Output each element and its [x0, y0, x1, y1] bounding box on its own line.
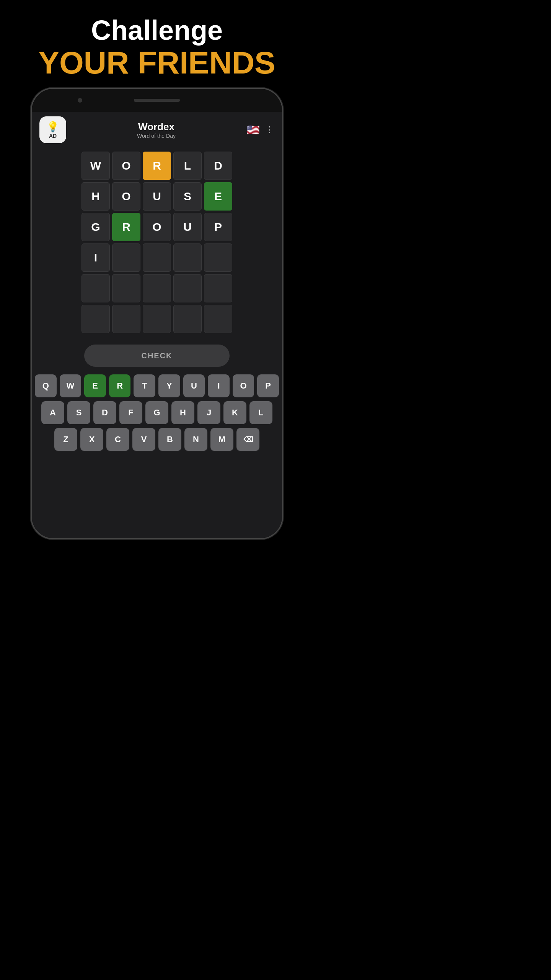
key-W[interactable]: W — [60, 374, 82, 397]
key-K[interactable]: K — [223, 401, 246, 424]
key-V[interactable]: V — [132, 428, 155, 451]
key-N[interactable]: N — [184, 428, 207, 451]
grid-cell-0-2: R — [143, 152, 171, 180]
flag-icon[interactable]: 🇺🇸 — [246, 124, 260, 136]
grid-row-3: I — [77, 243, 237, 272]
keyboard-row-1: ASDFGHJKL — [35, 401, 279, 424]
grid-cell-0-4: D — [204, 152, 232, 180]
grid-cell-5-3 — [173, 305, 202, 333]
grid-cell-3-2 — [143, 243, 171, 272]
key-C[interactable]: C — [106, 428, 129, 451]
grid-row-4 — [77, 274, 237, 302]
key-P[interactable]: P — [257, 374, 279, 397]
key-A[interactable]: A — [41, 401, 64, 424]
keyboard-row-2: ZXCVBNM⌫ — [35, 428, 279, 451]
key-H[interactable]: H — [171, 401, 194, 424]
phone-side-button — [282, 302, 283, 325]
grid-cell-4-4 — [204, 274, 232, 302]
grid-cell-5-0 — [82, 305, 110, 333]
key-T[interactable]: T — [134, 374, 155, 397]
key-B[interactable]: B — [158, 428, 181, 451]
key-J[interactable]: J — [197, 401, 220, 424]
check-button[interactable]: CHECK — [84, 345, 230, 367]
grid-cell-4-1 — [112, 274, 140, 302]
grid-row-2: GROUP — [77, 213, 237, 241]
keyboard-row-0: QWERTYUIOP — [35, 374, 279, 397]
key-⌫[interactable]: ⌫ — [236, 428, 259, 451]
key-S[interactable]: S — [67, 401, 90, 424]
grid-cell-2-0: G — [82, 213, 110, 241]
key-G[interactable]: G — [145, 401, 168, 424]
app-header: 💡 AD Wordex Word of the Day 🇺🇸 ⋮ — [32, 112, 282, 148]
header: Challenge YOUR FRIENDS — [31, 0, 283, 88]
header-challenge: Challenge — [38, 15, 276, 46]
check-button-label: CHECK — [141, 351, 172, 360]
game-grid: WORLDHOUSEGROUPI — [77, 152, 237, 333]
menu-dots-icon[interactable]: ⋮ — [265, 125, 274, 135]
grid-cell-3-1 — [112, 243, 140, 272]
app-header-right: 🇺🇸 ⋮ — [246, 124, 274, 136]
app-content: 💡 AD Wordex Word of the Day 🇺🇸 ⋮ WORLDHO… — [32, 112, 282, 538]
grid-cell-3-3 — [173, 243, 202, 272]
grid-row-1: HOUSE — [77, 182, 237, 211]
grid-cell-2-4: P — [204, 213, 232, 241]
key-L[interactable]: L — [249, 401, 272, 424]
grid-cell-2-1: R — [112, 213, 140, 241]
key-Z[interactable]: Z — [54, 428, 77, 451]
grid-cell-1-0: H — [82, 182, 110, 211]
key-D[interactable]: D — [93, 401, 116, 424]
app-title-area: Wordex Word of the Day — [137, 121, 176, 139]
grid-cell-4-3 — [173, 274, 202, 302]
grid-cell-2-2: O — [143, 213, 171, 241]
grid-row-5 — [77, 305, 237, 333]
grid-cell-4-0 — [82, 274, 110, 302]
grid-cell-3-4 — [204, 243, 232, 272]
grid-cell-5-2 — [143, 305, 171, 333]
grid-cell-5-4 — [204, 305, 232, 333]
grid-cell-1-2: U — [143, 182, 171, 211]
keyboard: QWERTYUIOPASDFGHJKLZXCVBNM⌫ — [32, 371, 282, 455]
key-O[interactable]: O — [233, 374, 254, 397]
key-Y[interactable]: Y — [158, 374, 180, 397]
key-M[interactable]: M — [210, 428, 233, 451]
app-title: Wordex — [137, 121, 176, 133]
key-Q[interactable]: Q — [35, 374, 57, 397]
grid-cell-0-3: L — [173, 152, 202, 180]
grid-cell-1-4: E — [204, 182, 232, 211]
phone-camera — [78, 98, 82, 103]
header-friends: YOUR FRIENDS — [38, 46, 276, 80]
key-U[interactable]: U — [183, 374, 205, 397]
key-R[interactable]: R — [109, 374, 131, 397]
key-E[interactable]: E — [84, 374, 106, 397]
ad-badge[interactable]: 💡 AD — [39, 116, 66, 143]
grid-row-0: WORLD — [77, 152, 237, 180]
phone-speaker — [134, 99, 180, 102]
key-X[interactable]: X — [80, 428, 103, 451]
grid-cell-1-1: O — [112, 182, 140, 211]
grid-cell-0-1: O — [112, 152, 140, 180]
grid-cell-4-2 — [143, 274, 171, 302]
grid-cell-0-0: W — [82, 152, 110, 180]
ad-bulb-icon: 💡 — [47, 121, 59, 133]
grid-cell-2-3: U — [173, 213, 202, 241]
key-F[interactable]: F — [119, 401, 142, 424]
grid-cell-5-1 — [112, 305, 140, 333]
phone-top-bar — [32, 89, 282, 112]
key-I[interactable]: I — [208, 374, 230, 397]
ad-label: AD — [49, 133, 57, 139]
phone-frame: 💡 AD Wordex Word of the Day 🇺🇸 ⋮ WORLDHO… — [31, 88, 283, 539]
grid-cell-1-3: S — [173, 182, 202, 211]
grid-cell-3-0: I — [82, 243, 110, 272]
app-subtitle: Word of the Day — [137, 133, 176, 139]
